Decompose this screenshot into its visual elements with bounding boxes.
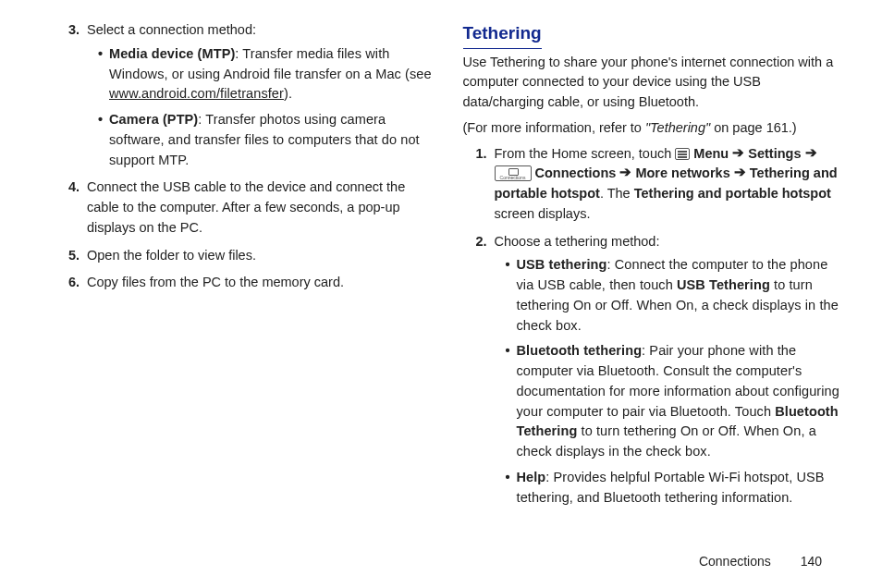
right-steps-list: 1. From the Home screen, touch Menu ➔ Se…: [463, 144, 841, 508]
arrow-icon: ➔: [619, 163, 631, 183]
connections-label: Connections: [535, 165, 620, 180]
tethering-heading: Tethering: [463, 20, 542, 49]
arrow-icon: ➔: [732, 143, 744, 164]
ref-after: on page 161.): [710, 120, 797, 135]
left-column: 3. Select a connection method: Media dev…: [55, 20, 454, 515]
step-2: 2. Choose a tethering method: USB tether…: [463, 232, 841, 508]
tethering-intro: Use Tethering to share your phone's inte…: [463, 53, 841, 113]
step-4: 4. Connect the USB cable to the device a…: [55, 178, 434, 238]
step-text: Select a connection method:: [87, 22, 256, 37]
bullet-label: Bluetooth tethering: [517, 343, 643, 358]
bullet-help: Help: Provides helpful Portable Wi-Fi ho…: [506, 468, 841, 508]
step-marker: 5.: [55, 246, 80, 266]
footer-section: Connections: [699, 554, 771, 569]
step-text-post1: . The: [600, 186, 634, 201]
bullet-usb: USB tethering: Connect the computer to t…: [506, 255, 841, 336]
step-text: Copy files from the PC to the memory car…: [87, 275, 344, 289]
right-column: Tethering Use Tethering to share your ph…: [454, 20, 841, 515]
more-networks-label: More networks: [635, 165, 733, 180]
ref-before: (For more information, refer to: [463, 120, 645, 135]
bullet-bluetooth: Bluetooth tethering: Pair your phone wit…: [506, 341, 841, 462]
bullet-ptp: Camera (PTP): Transfer photos using came…: [98, 110, 434, 170]
bullet-mtp: Media device (MTP): Transfer media files…: [98, 44, 434, 104]
step-5: 5. Open the folder to view files.: [55, 246, 434, 266]
step-text: Choose a tethering method:: [495, 234, 660, 249]
bullet-bold: USB Tethering: [677, 277, 770, 292]
arrow-icon: ➔: [805, 143, 817, 164]
step-1: 1. From the Home screen, touch Menu ➔ Se…: [463, 144, 841, 225]
footer-page-number: 140: [801, 554, 822, 569]
step-marker: 1.: [463, 144, 487, 165]
tethering-ref: (For more information, refer to "Tetheri…: [463, 118, 841, 139]
bullet-label: Help: [517, 470, 546, 484]
tether-label-2: Tethering and portable hotspot: [634, 186, 831, 201]
step-marker: 2.: [463, 232, 487, 252]
step-6: 6. Copy files from the PC to the memory …: [55, 273, 434, 293]
step-text: Connect the USB cable to the device and …: [87, 179, 405, 235]
step-marker: 3.: [55, 20, 80, 41]
step-2-bullets: USB tethering: Connect the computer to t…: [495, 255, 841, 508]
step-text: Open the folder to view files.: [87, 248, 256, 263]
bullet-text: : Provides helpful Portable Wi-Fi hotspo…: [517, 470, 825, 505]
step-marker: 6.: [55, 273, 80, 293]
page-footer: Connections 140: [699, 552, 822, 571]
arrow-icon: ➔: [734, 163, 746, 183]
step-marker: 4.: [55, 178, 80, 198]
step-3: 3. Select a connection method: Media dev…: [55, 20, 434, 170]
bullet-label: Media device (MTP): [109, 46, 235, 61]
menu-label: Menu: [693, 146, 732, 161]
filetransfer-link[interactable]: www.android.com/filetransfer: [109, 86, 284, 101]
bullet-label: Camera (PTP): [109, 112, 198, 127]
connections-icon: [495, 165, 532, 181]
settings-label: Settings: [748, 146, 804, 161]
step-text-post2: screen displays.: [495, 206, 591, 221]
page-content: 3. Select a connection method: Media dev…: [0, 0, 882, 524]
step-text-pre: From the Home screen, touch: [495, 146, 676, 161]
bullet-text-after: ).: [284, 86, 292, 101]
left-steps-list: 3. Select a connection method: Media dev…: [55, 20, 434, 293]
menu-icon: [675, 148, 690, 160]
ref-ital: "Tethering": [645, 120, 710, 135]
step-3-bullets: Media device (MTP): Transfer media files…: [87, 44, 434, 171]
bullet-label: USB tethering: [517, 257, 607, 272]
